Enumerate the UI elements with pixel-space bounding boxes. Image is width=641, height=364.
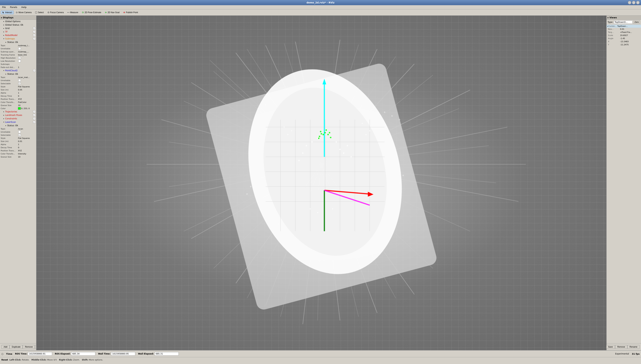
focus-camera-button[interactable]: Focus Camera bbox=[46, 10, 66, 14]
pc2-selectable[interactable]: Selectable ✓ bbox=[0, 82, 36, 85]
pc2-size[interactable]: Size (m) 0.05 bbox=[0, 88, 36, 91]
expand-icon: ▾ bbox=[607, 26, 608, 27]
view-prop-near[interactable]: Nea... 0.01 bbox=[606, 28, 641, 31]
submaps-fadeout[interactable]: Fade-out dist... 1 bbox=[0, 66, 36, 69]
view-prop-x[interactable]: X -13.3483 bbox=[606, 40, 641, 44]
display-tf[interactable]: ▸ TF ✓ bbox=[0, 30, 36, 34]
menu-file[interactable]: File bbox=[2, 6, 6, 9]
prop-checkbox[interactable] bbox=[18, 79, 21, 82]
measure-button[interactable]: Measure bbox=[66, 10, 80, 14]
display-checkbox[interactable]: ✓ bbox=[33, 118, 36, 120]
status-bar: Reset Left-Click: Rotate. Middle-Click: … bbox=[0, 357, 641, 362]
display-checkbox[interactable]: ✓ bbox=[33, 30, 36, 33]
laser-size[interactable]: Size (m) 0.01 bbox=[0, 140, 36, 143]
menu-panels[interactable]: Panels bbox=[9, 6, 18, 9]
display-pointcloud2[interactable]: ▾ PointCloud2 ✓ bbox=[0, 69, 36, 72]
move-camera-button[interactable]: Move Camera bbox=[14, 10, 33, 14]
display-checkbox[interactable]: ✓ bbox=[33, 110, 36, 113]
laser-queue[interactable]: Queue Size 10 bbox=[0, 155, 36, 158]
reset-label[interactable]: Reset bbox=[2, 359, 8, 361]
pc2-position[interactable]: Position Trans... XYZ bbox=[0, 98, 36, 101]
submaps-submaps[interactable]: Submaps bbox=[0, 62, 36, 66]
minimize-button[interactable]: ─ bbox=[628, 1, 631, 4]
submaps-high-res[interactable]: High Resolution ✓ bbox=[0, 56, 36, 60]
pc2-decay[interactable]: Decay Time 0 bbox=[0, 94, 36, 98]
view-prop-scale[interactable]: Scale 19.6927 bbox=[606, 34, 641, 37]
save-view-button[interactable]: Save bbox=[606, 345, 615, 349]
laser-position[interactable]: Position Trans... XYZ bbox=[0, 149, 36, 152]
svg-point-84 bbox=[346, 145, 348, 146]
display-checkbox[interactable]: ✓ bbox=[33, 114, 36, 116]
view-prop-target[interactable]: Targ... <Fixed Fra... bbox=[606, 31, 641, 34]
rename-display-button[interactable]: Rename bbox=[35, 345, 36, 349]
svg-point-103 bbox=[246, 193, 248, 195]
prop-checkbox[interactable] bbox=[18, 48, 21, 50]
display-checkbox[interactable]: ✓ bbox=[33, 27, 36, 30]
submaps-query[interactable]: Submap quer... /submap_... bbox=[0, 50, 36, 53]
display-global-status[interactable]: ▸ Global Status: Ok bbox=[0, 23, 36, 27]
laser-selectable[interactable]: Selectable ✓ bbox=[0, 134, 36, 136]
type-value[interactable]: TopDownO... bbox=[614, 20, 633, 24]
prop-checkbox[interactable]: ✓ bbox=[18, 57, 21, 59]
display-name: Grid bbox=[5, 27, 33, 30]
display-checkbox[interactable]: ✓ bbox=[33, 69, 36, 72]
laser-topic[interactable]: Topic /scan bbox=[0, 127, 36, 130]
laser-color-transform[interactable]: Color Transfo... Intensity bbox=[0, 152, 36, 155]
prop-checkbox[interactable] bbox=[18, 131, 21, 133]
display-landmark-poses[interactable]: ▸ Landmark Poses ✓ bbox=[0, 114, 36, 117]
titlebar: demo_2d.rviz* - RViz ─ □ ✕ bbox=[0, 0, 641, 5]
prop-value: XYZ bbox=[18, 98, 36, 100]
pc2-color[interactable]: Color 0; 255; 0 bbox=[0, 107, 36, 110]
display-global-options[interactable]: ▸ Global Options bbox=[0, 20, 36, 23]
display-robotmodel[interactable]: ▸ RobotModel ✓ bbox=[0, 34, 36, 37]
submaps-tracking-frame[interactable]: Tracking frame base_link bbox=[0, 53, 36, 56]
view-prop-y[interactable]: Y -11.2475 bbox=[606, 44, 641, 46]
close-button[interactable]: ✕ bbox=[636, 1, 640, 4]
pc2-unreliable[interactable]: Unreliable bbox=[0, 79, 36, 82]
prop-checkbox[interactable]: ✓ bbox=[18, 134, 21, 136]
display-trajectories[interactable]: ▸ Trajectories ✓ bbox=[0, 110, 36, 114]
prop-checkbox[interactable]: ✓ bbox=[18, 82, 21, 85]
remove-display-button[interactable]: Remove bbox=[23, 345, 35, 349]
submaps-unreliable[interactable]: Unreliable bbox=[0, 47, 36, 50]
shift-key: Shift: bbox=[82, 359, 88, 361]
pc2-alpha[interactable]: Alpha 1 bbox=[0, 91, 36, 94]
view-prop-angle[interactable]: Angle -1.45 bbox=[606, 37, 641, 40]
window-controls[interactable]: ─ □ ✕ bbox=[628, 1, 640, 4]
pc2-queue[interactable]: Queue Size 10 bbox=[0, 104, 36, 107]
maximize-button[interactable]: □ bbox=[632, 1, 636, 4]
display-checkbox[interactable]: ✓ bbox=[33, 34, 36, 36]
laser-style[interactable]: Style Flat Squares bbox=[0, 136, 36, 140]
svg-point-111 bbox=[327, 134, 329, 136]
display-checkbox[interactable]: ✓ bbox=[33, 38, 36, 40]
pc2-style[interactable]: Style Flat Squares bbox=[0, 85, 36, 88]
2d-pose-button[interactable]: 2D Pose Estimate bbox=[80, 10, 103, 14]
display-grid[interactable]: ▸ Grid ✓ bbox=[0, 27, 36, 30]
laser-decay[interactable]: Decay Time 0 bbox=[0, 146, 36, 149]
menu-help[interactable]: Help bbox=[21, 6, 27, 9]
duplicate-display-button[interactable]: Duplicate bbox=[10, 345, 23, 349]
select-button[interactable]: Select bbox=[34, 10, 45, 14]
submaps-low-res[interactable]: Low Resolution bbox=[0, 60, 36, 62]
2d-nav-button[interactable]: 2D Nav Goal bbox=[103, 10, 121, 14]
remove-view-button[interactable]: Remove bbox=[615, 345, 627, 349]
interact-button[interactable]: Interact bbox=[1, 10, 14, 14]
ros-time-value: 1615958860.91 bbox=[28, 352, 52, 356]
display-laserscan[interactable]: ▾ LaserScan ✓ bbox=[0, 120, 36, 124]
pc2-color-transform[interactable]: Color Transfo... FlatColor bbox=[0, 101, 36, 104]
display-checkbox[interactable]: ✓ bbox=[33, 121, 36, 123]
zero-button[interactable]: Zero bbox=[633, 20, 640, 24]
add-display-button[interactable]: Add bbox=[2, 345, 10, 349]
prop-label: Topic bbox=[1, 44, 18, 47]
submaps-topic[interactable]: Topic /submap_l... bbox=[0, 44, 36, 47]
rename-view-button[interactable]: Rename bbox=[627, 345, 640, 349]
3d-viewport[interactable] bbox=[36, 16, 606, 350]
prop-checkbox[interactable] bbox=[18, 60, 21, 62]
display-submaps[interactable]: ▾ Submaps ✓ bbox=[0, 37, 36, 40]
laser-alpha[interactable]: Alpha 1 bbox=[0, 143, 36, 146]
pc2-topic[interactable]: Topic /scan_mat... bbox=[0, 76, 36, 79]
laser-unreliable[interactable]: Unreliable bbox=[0, 130, 36, 134]
publish-point-button[interactable]: Publish Point bbox=[122, 10, 140, 14]
display-constraints[interactable]: ▸ Constraints ✓ bbox=[0, 117, 36, 120]
current-view-item[interactable]: ▾ Curren... TopDown... bbox=[606, 25, 641, 28]
